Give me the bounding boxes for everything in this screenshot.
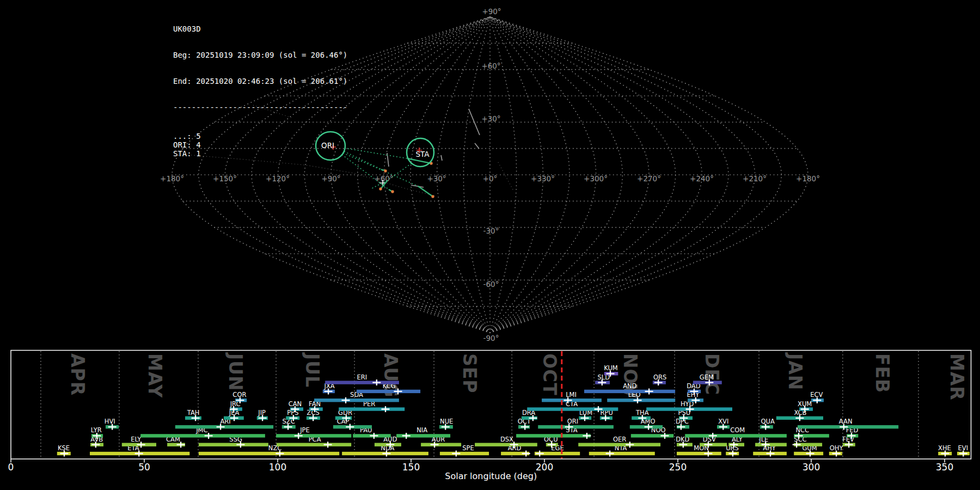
shower-label-NIA: NIA (416, 426, 427, 434)
shower-bar-AUR (421, 443, 461, 446)
latitude-label: +90° (482, 7, 501, 16)
longitude-label: +270° (637, 174, 661, 183)
count-line-STA: STA: 1 (173, 149, 347, 158)
shower-bar-CTA (527, 407, 618, 411)
shower-label-KUM: KUM (604, 364, 618, 372)
shower-label-ECV: ECV (810, 391, 823, 399)
shower-label-LYR: LYR (91, 426, 102, 434)
shower-label-ELY: ELY (131, 436, 142, 443)
activity-chart-group: APRMAYJUNJULAUGSEPOCTNOVDECJANFEBMARKSEE… (8, 351, 971, 482)
shower-label-KSE: KSE (58, 444, 70, 452)
longitude-label: +60° (374, 174, 393, 183)
shower-bar-AND (584, 390, 675, 393)
shower-bar-SDA (314, 399, 399, 402)
shower-bar-JLE (755, 443, 787, 446)
shower-label-NUE: NUE (440, 418, 453, 425)
shower-label-QUA: QUA (761, 418, 774, 425)
longitude-label: +150° (213, 174, 237, 183)
begin-time-line: Beg: 20251019 23:09:09 (sol = 206.46°) (173, 51, 347, 59)
longitude-label: +300° (584, 174, 608, 183)
shower-label-AND: AND (623, 382, 636, 390)
shower-label-ORI: ORI (567, 418, 578, 425)
shower-label-JIP: JIP (258, 409, 266, 416)
shower-peak-marker-PCA (324, 442, 332, 448)
shower-peak-marker-PER (382, 406, 390, 412)
shower-bar-ORI (538, 425, 614, 428)
radiant-label-STA: STA (415, 150, 430, 158)
shower-peak-marker-NIA (402, 433, 411, 439)
station-id: UK003D (173, 24, 347, 33)
shower-label-XHE: XHE (938, 444, 951, 452)
shower-bar-SSG (199, 443, 268, 446)
shower-meteor-trail (418, 186, 433, 197)
month-label-JUN: JUN (225, 352, 246, 391)
sporadic-meteor-trail (441, 155, 442, 161)
x-tick-label-100: 100 (269, 462, 286, 473)
shower-label-ORS: ORS (653, 373, 666, 381)
shower-bar-PCA (277, 443, 351, 446)
x-tick-label-50: 50 (138, 462, 150, 473)
guide-line (498, 162, 513, 191)
screenshot-root: +180°+150°+120°+90°+60°+30°+0°+330°+300°… (0, 0, 980, 490)
end-time-line: End: 20251020 02:46:23 (sol = 206.61°) (173, 77, 347, 85)
shower-bar-NZC (199, 452, 339, 455)
month-label-JAN: JAN (785, 352, 806, 390)
x-axis-title: Solar longitude (deg) (445, 471, 537, 481)
meteor-end-dot (384, 169, 387, 172)
month-label-OCT: OCT (539, 353, 560, 396)
shower-bar-COM (685, 434, 787, 437)
shower-bar-KCG (357, 390, 420, 393)
shower-label-AAN: AAN (839, 418, 853, 425)
shower-peak-marker-ERI (372, 379, 381, 385)
meteor-end-dot (391, 190, 394, 193)
shower-label-EVI: EVI (958, 444, 969, 452)
x-tick-label-150: 150 (402, 462, 420, 473)
shower-peak-marker-SPE (452, 451, 460, 457)
shower-bar-JMC (140, 434, 265, 437)
shower-label-OHY: OHY (830, 444, 844, 452)
longitude-label: +120° (266, 174, 290, 183)
shower-bar-DSV (700, 443, 727, 446)
shower-label-DSX: DSX (500, 436, 513, 443)
x-tick-label-0: 0 (8, 462, 14, 473)
meteor-end-dot (379, 187, 382, 190)
shower-label-COM: COM (730, 426, 745, 434)
separator-line: -------------------------------------- (173, 103, 347, 112)
shower-label-COR: COR (232, 391, 246, 399)
meteor-backtrack-line (345, 148, 407, 158)
shower-bar-JPE (276, 434, 351, 437)
shower-label-TAH: TAH (187, 409, 200, 416)
x-tick-label-350: 350 (936, 462, 953, 473)
count-line-: ...: 5 (173, 132, 347, 140)
month-label-JUL: JUL (302, 352, 323, 388)
shower-peak-marker-ARD (522, 451, 530, 457)
count-line-ORI: ORI: 4 (173, 140, 347, 149)
shower-bar-NTA (589, 452, 655, 455)
shower-bar-DSX (475, 443, 537, 446)
latitude-label: -90° (483, 334, 499, 342)
latitude-label: +60° (481, 62, 500, 70)
shower-peak-marker-SDA (342, 397, 350, 403)
meteor-count-list: ...: 5ORI: 4STA: 1 (173, 132, 347, 158)
shower-bar-OER (578, 443, 660, 446)
shower-label-ERI: ERI (357, 373, 367, 381)
latitude-label: +30° (481, 114, 500, 123)
meteor-observation-plot: +180°+150°+120°+90°+60°+30°+0°+330°+300°… (0, 0, 980, 490)
shower-label-JPE: JPE (299, 426, 310, 434)
sporadic-meteor-trail (475, 143, 479, 149)
latitude-label: -60° (483, 280, 499, 289)
shower-label-CAN: CAN (289, 400, 302, 408)
shower-label-HVI: HVI (105, 418, 115, 425)
longitude-label: +330° (531, 174, 555, 183)
month-label-APR: APR (67, 353, 88, 396)
shower-label-GEM: GEM (700, 373, 714, 381)
latitude-label: -30° (483, 226, 499, 235)
month-label-FEB: FEB (872, 353, 893, 393)
meteor-backtrack-line (344, 151, 381, 169)
shower-row-6: CORSDALMILEOEHYECV (232, 391, 824, 403)
x-tick-label-300: 300 (803, 462, 820, 473)
longitude-label: +180° (160, 174, 184, 183)
shower-peak-marker-AND (645, 388, 653, 394)
longitude-label: +90° (321, 174, 340, 183)
longitude-label: +210° (743, 174, 767, 183)
